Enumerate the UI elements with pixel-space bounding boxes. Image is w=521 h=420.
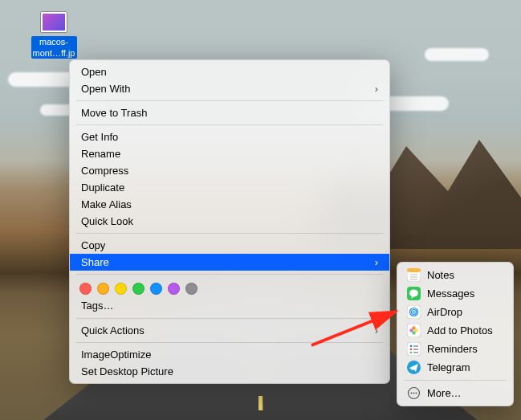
- svg-point-10: [413, 311, 414, 312]
- menu-open-with[interactable]: Open With ›: [70, 80, 389, 97]
- share-item-label: Reminders: [427, 343, 478, 355]
- menu-open[interactable]: Open: [70, 63, 389, 80]
- share-more[interactable]: More…: [397, 384, 513, 402]
- separator: [76, 100, 383, 101]
- tag-dot-0[interactable]: [79, 283, 92, 295]
- svg-point-25: [411, 393, 413, 394]
- svg-point-19: [410, 349, 413, 351]
- file-label: macos- mont…ff.jp: [31, 36, 77, 59]
- tag-dot-2[interactable]: [115, 283, 127, 295]
- chevron-right-icon: ›: [375, 256, 378, 268]
- menu-image-optimize[interactable]: ImageOptimize: [70, 346, 389, 363]
- share-item-label: Add to Photos: [427, 324, 493, 336]
- menu-rename[interactable]: Rename: [70, 145, 389, 162]
- svg-point-15: [409, 328, 413, 332]
- menu-make-alias[interactable]: Make Alias: [70, 196, 389, 213]
- share-photos[interactable]: Add to Photos: [397, 321, 513, 340]
- notes-icon: [407, 268, 421, 282]
- reminders-icon: [407, 342, 421, 356]
- separator: [76, 342, 383, 343]
- tag-dot-4[interactable]: [150, 283, 162, 295]
- chevron-right-icon: ›: [375, 83, 378, 95]
- separator: [76, 318, 383, 319]
- menu-get-info[interactable]: Get Info: [70, 128, 389, 145]
- telegram-icon: [407, 361, 421, 374]
- share-item-label: Telegram: [427, 361, 470, 373]
- tag-dot-5[interactable]: [168, 283, 180, 295]
- svg-point-17: [410, 345, 413, 348]
- messages-icon: [407, 287, 421, 300]
- share-submenu: NotesMessagesAirDrop Add to Photos Remin…: [397, 262, 514, 406]
- file-thumbnail-icon: [40, 11, 67, 33]
- context-menu: Open Open With › Move to Trash Get Info …: [69, 59, 390, 384]
- ellipsis-icon: [407, 386, 421, 400]
- menu-tags[interactable]: Tags…: [70, 298, 389, 315]
- tag-color-row: [70, 278, 389, 298]
- svg-point-27: [416, 393, 417, 394]
- menu-compress[interactable]: Compress: [70, 162, 389, 179]
- menu-copy[interactable]: Copy: [70, 237, 389, 254]
- tag-dot-3[interactable]: [132, 283, 144, 295]
- menu-set-desktop-picture[interactable]: Set Desktop Picture: [70, 363, 389, 380]
- svg-rect-11: [407, 324, 421, 337]
- separator: [76, 274, 383, 275]
- share-airdrop[interactable]: AirDrop: [397, 303, 513, 321]
- share-notes[interactable]: Notes: [397, 266, 513, 284]
- menu-duplicate[interactable]: Duplicate: [70, 179, 389, 196]
- svg-point-26: [413, 393, 415, 394]
- share-item-label: Messages: [427, 287, 474, 300]
- tag-dot-6[interactable]: [185, 283, 197, 295]
- photos-icon: [407, 324, 421, 337]
- share-reminders[interactable]: Reminders: [397, 340, 513, 358]
- tag-dot-1[interactable]: [97, 283, 109, 295]
- menu-move-to-trash[interactable]: Move to Trash: [70, 104, 389, 121]
- separator: [76, 124, 383, 125]
- svg-point-21: [410, 352, 413, 354]
- share-item-label: Notes: [427, 269, 454, 281]
- separator: [76, 233, 383, 234]
- menu-quick-actions[interactable]: Quick Actions ›: [70, 322, 389, 339]
- share-more-label: More…: [427, 387, 462, 399]
- separator: [404, 380, 507, 381]
- desktop-file[interactable]: macos- mont…ff.jp: [26, 11, 82, 59]
- menu-quick-look[interactable]: Quick Look: [70, 213, 389, 230]
- share-telegram[interactable]: Telegram: [397, 358, 513, 377]
- share-item-label: AirDrop: [427, 306, 462, 318]
- chevron-right-icon: ›: [375, 324, 378, 336]
- menu-share[interactable]: Share ›: [70, 254, 389, 271]
- share-messages[interactable]: Messages: [397, 284, 513, 303]
- svg-rect-1: [407, 268, 421, 272]
- svg-point-6: [409, 290, 418, 297]
- airdrop-icon: [407, 305, 421, 319]
